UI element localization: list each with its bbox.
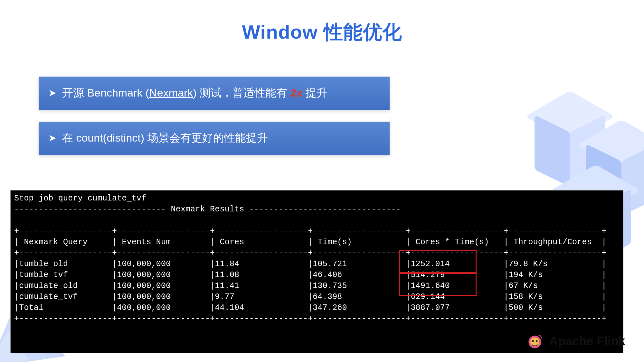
- bullet-arrow-icon: ➤: [48, 132, 56, 145]
- bullet-arrow-icon: ➤: [48, 87, 56, 100]
- terminal-header: | Nexmark Query | Events Num | Cores | T…: [14, 237, 607, 247]
- svg-point-1: [530, 338, 539, 347]
- terminal-sep: +-------------------+-------------------…: [14, 248, 607, 258]
- callout-benchmark-text: 开源 Benchmark (Nexmark) 测试，普适性能有 2x 提升: [62, 86, 327, 100]
- footer-product-name: Apache Flink: [549, 334, 626, 348]
- svg-point-2: [532, 340, 534, 342]
- callout-benchmark-after: 提升: [302, 87, 327, 99]
- terminal-job-line: Stop job query cumulate_tvf: [14, 194, 146, 203]
- callout-benchmark-before: 开源 Benchmark (: [62, 87, 149, 99]
- table-row: |cumulate_old |100,000,000 |11.41 |130.7…: [14, 281, 607, 291]
- terminal-banner-title: Nexmark Results: [166, 205, 249, 214]
- terminal-banner-dash: -------------------------------: [249, 205, 401, 214]
- nexmark-link[interactable]: Nexmark: [149, 87, 193, 99]
- terminal-banner-dash: -------------------------------: [14, 205, 166, 214]
- svg-point-3: [535, 340, 537, 342]
- table-row: |tumble_tvf |100,000,000 |11.08 |46.406 …: [14, 270, 607, 280]
- terminal-sep: +-------------------+-------------------…: [14, 314, 607, 323]
- table-row: |cumulate_tvf |100,000,000 |9.77 |64.398…: [14, 292, 607, 302]
- footer-logo: Apache Flink: [526, 332, 626, 350]
- callout-benchmark-mid: ) 测试，普适性能有: [193, 87, 290, 99]
- callout-distinct-text: 在 count(distinct) 场景会有更好的性能提升: [62, 131, 268, 145]
- table-row: |tumble_old |100,000,000 |11.84 |105.721…: [14, 259, 607, 269]
- callout-stack: ➤ 开源 Benchmark (Nexmark) 测试，普适性能有 2x 提升 …: [39, 77, 390, 167]
- callout-distinct: ➤ 在 count(distinct) 场景会有更好的性能提升: [39, 122, 390, 155]
- terminal-sep: +-------------------+-------------------…: [14, 227, 607, 236]
- callout-benchmark: ➤ 开源 Benchmark (Nexmark) 测试，普适性能有 2x 提升: [39, 77, 390, 110]
- callout-benchmark-em: 2x: [290, 87, 302, 99]
- flink-squirrel-icon: [526, 332, 544, 350]
- page-title: Window 性能优化: [0, 19, 644, 45]
- table-row: |Total |400,000,000 |44.104 |347.260 |38…: [14, 303, 607, 312]
- terminal-output: Stop job query cumulate_tvf ------------…: [10, 190, 623, 353]
